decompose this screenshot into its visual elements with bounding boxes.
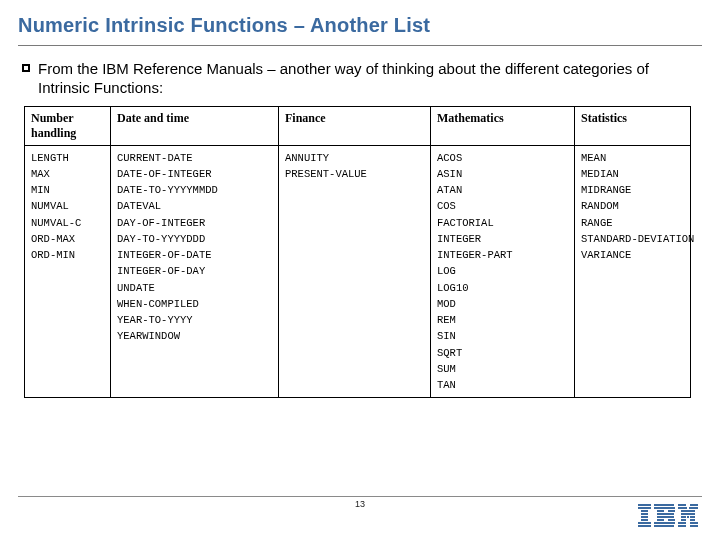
svg-rect-5 — [641, 519, 648, 521]
svg-rect-27 — [690, 516, 695, 518]
cell-number: LENGTH MAX MIN NUMVAL NUMVAL-C ORD-MAX O… — [25, 145, 111, 398]
svg-rect-31 — [690, 522, 698, 524]
functions-table: Number handling Date and time Finance Ma… — [24, 106, 691, 399]
page-number: 13 — [355, 499, 365, 509]
bullet-text: From the IBM Reference Manuals – another… — [38, 60, 698, 98]
svg-rect-11 — [668, 510, 675, 512]
svg-rect-33 — [690, 525, 698, 527]
svg-rect-4 — [641, 516, 648, 518]
svg-rect-26 — [687, 516, 689, 518]
svg-rect-21 — [689, 507, 698, 509]
svg-rect-0 — [638, 504, 651, 506]
svg-rect-22 — [681, 510, 688, 512]
svg-rect-30 — [678, 522, 686, 524]
page-title: Numeric Intrinsic Functions – Another Li… — [18, 14, 702, 43]
svg-rect-20 — [678, 507, 687, 509]
svg-rect-16 — [654, 522, 675, 524]
cell-math: ACOS ASIN ATAN COS FACTORIAL INTEGER INT… — [431, 145, 575, 398]
svg-rect-28 — [681, 519, 686, 521]
svg-rect-17 — [654, 525, 674, 527]
svg-rect-19 — [690, 504, 698, 506]
slide: Numeric Intrinsic Functions – Another Li… — [0, 0, 720, 540]
title-rule — [18, 45, 702, 46]
svg-rect-24 — [681, 513, 695, 515]
svg-rect-23 — [688, 510, 695, 512]
table-header-row: Number handling Date and time Finance Ma… — [25, 106, 691, 145]
ibm-logo — [638, 504, 698, 528]
square-bullet-icon — [22, 64, 30, 72]
col-header-stats: Statistics — [575, 106, 691, 145]
cell-stats: MEAN MEDIAN MIDRANGE RANDOM RANGE STANDA… — [575, 145, 691, 398]
svg-rect-32 — [678, 525, 686, 527]
cell-date: CURRENT-DATE DATE-OF-INTEGER DATE-TO-YYY… — [111, 145, 279, 398]
svg-rect-9 — [654, 507, 675, 509]
svg-rect-25 — [681, 516, 686, 518]
table-row: LENGTH MAX MIN NUMVAL NUMVAL-C ORD-MAX O… — [25, 145, 691, 398]
svg-rect-3 — [641, 513, 648, 515]
col-header-date: Date and time — [111, 106, 279, 145]
svg-rect-10 — [657, 510, 664, 512]
svg-rect-8 — [654, 504, 674, 506]
bullet-item: From the IBM Reference Manuals – another… — [18, 60, 702, 106]
svg-rect-14 — [657, 519, 664, 521]
svg-rect-7 — [638, 525, 651, 527]
footer: 13 — [0, 496, 720, 526]
svg-rect-29 — [690, 519, 695, 521]
svg-rect-1 — [638, 507, 651, 509]
cell-finance: ANNUITY PRESENT-VALUE — [279, 145, 431, 398]
svg-rect-12 — [657, 513, 674, 515]
svg-rect-6 — [638, 522, 651, 524]
svg-rect-18 — [678, 504, 686, 506]
col-header-number: Number handling — [25, 106, 111, 145]
footer-rule — [18, 496, 702, 497]
col-header-math: Mathematics — [431, 106, 575, 145]
ibm-logo-icon — [638, 504, 698, 528]
svg-rect-2 — [641, 510, 648, 512]
svg-rect-13 — [657, 516, 674, 518]
col-header-finance: Finance — [279, 106, 431, 145]
svg-rect-15 — [668, 519, 675, 521]
